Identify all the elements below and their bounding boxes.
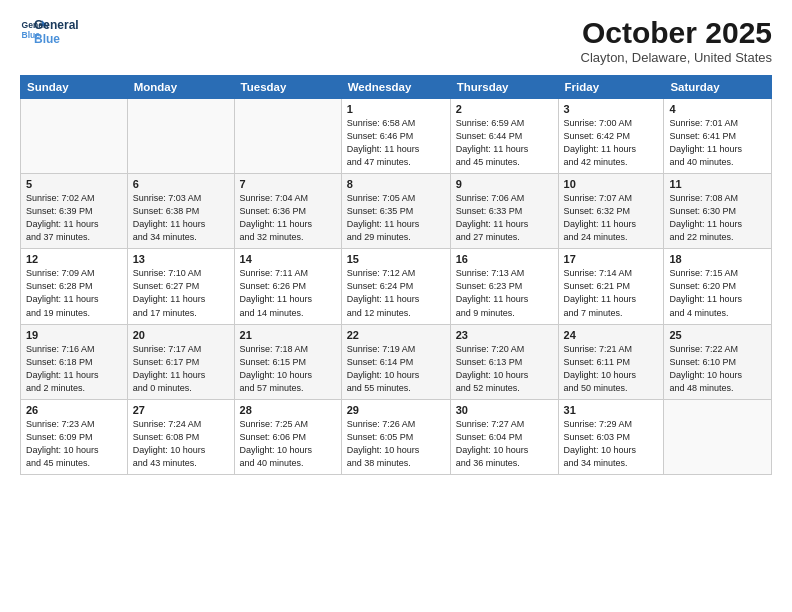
day-info: Sunrise: 7:04 AM Sunset: 6:36 PM Dayligh… (240, 192, 336, 244)
day-info: Sunrise: 7:02 AM Sunset: 6:39 PM Dayligh… (26, 192, 122, 244)
day-cell: 2Sunrise: 6:59 AM Sunset: 6:44 PM Daylig… (450, 99, 558, 174)
day-info: Sunrise: 6:59 AM Sunset: 6:44 PM Dayligh… (456, 117, 553, 169)
day-cell: 14Sunrise: 7:11 AM Sunset: 6:26 PM Dayli… (234, 249, 341, 324)
day-info: Sunrise: 6:58 AM Sunset: 6:46 PM Dayligh… (347, 117, 445, 169)
day-cell: 5Sunrise: 7:02 AM Sunset: 6:39 PM Daylig… (21, 174, 128, 249)
day-info: Sunrise: 7:29 AM Sunset: 6:03 PM Dayligh… (564, 418, 659, 470)
day-cell: 10Sunrise: 7:07 AM Sunset: 6:32 PM Dayli… (558, 174, 664, 249)
calendar-header-row: SundayMondayTuesdayWednesdayThursdayFrid… (21, 76, 772, 99)
col-header-tuesday: Tuesday (234, 76, 341, 99)
day-info: Sunrise: 7:07 AM Sunset: 6:32 PM Dayligh… (564, 192, 659, 244)
day-info: Sunrise: 7:24 AM Sunset: 6:08 PM Dayligh… (133, 418, 229, 470)
day-cell: 8Sunrise: 7:05 AM Sunset: 6:35 PM Daylig… (341, 174, 450, 249)
day-number: 3 (564, 103, 659, 115)
day-cell: 24Sunrise: 7:21 AM Sunset: 6:11 PM Dayli… (558, 324, 664, 399)
day-info: Sunrise: 7:15 AM Sunset: 6:20 PM Dayligh… (669, 267, 766, 319)
day-info: Sunrise: 7:21 AM Sunset: 6:11 PM Dayligh… (564, 343, 659, 395)
logo-line2: Blue (34, 32, 79, 46)
day-number: 29 (347, 404, 445, 416)
logo: General Blue General Blue (20, 16, 79, 47)
day-info: Sunrise: 7:05 AM Sunset: 6:35 PM Dayligh… (347, 192, 445, 244)
day-info: Sunrise: 7:09 AM Sunset: 6:28 PM Dayligh… (26, 267, 122, 319)
day-info: Sunrise: 7:12 AM Sunset: 6:24 PM Dayligh… (347, 267, 445, 319)
day-info: Sunrise: 7:23 AM Sunset: 6:09 PM Dayligh… (26, 418, 122, 470)
header: General Blue General Blue October 2025 C… (20, 16, 772, 65)
day-cell: 21Sunrise: 7:18 AM Sunset: 6:15 PM Dayli… (234, 324, 341, 399)
day-number: 31 (564, 404, 659, 416)
col-header-friday: Friday (558, 76, 664, 99)
day-cell: 29Sunrise: 7:26 AM Sunset: 6:05 PM Dayli… (341, 399, 450, 474)
day-cell: 1Sunrise: 6:58 AM Sunset: 6:46 PM Daylig… (341, 99, 450, 174)
week-row-1: 1Sunrise: 6:58 AM Sunset: 6:46 PM Daylig… (21, 99, 772, 174)
day-cell (664, 399, 772, 474)
day-info: Sunrise: 7:19 AM Sunset: 6:14 PM Dayligh… (347, 343, 445, 395)
week-row-5: 26Sunrise: 7:23 AM Sunset: 6:09 PM Dayli… (21, 399, 772, 474)
day-number: 15 (347, 253, 445, 265)
col-header-sunday: Sunday (21, 76, 128, 99)
day-info: Sunrise: 7:01 AM Sunset: 6:41 PM Dayligh… (669, 117, 766, 169)
day-number: 8 (347, 178, 445, 190)
day-info: Sunrise: 7:27 AM Sunset: 6:04 PM Dayligh… (456, 418, 553, 470)
day-cell: 31Sunrise: 7:29 AM Sunset: 6:03 PM Dayli… (558, 399, 664, 474)
col-header-wednesday: Wednesday (341, 76, 450, 99)
day-cell: 18Sunrise: 7:15 AM Sunset: 6:20 PM Dayli… (664, 249, 772, 324)
day-info: Sunrise: 7:10 AM Sunset: 6:27 PM Dayligh… (133, 267, 229, 319)
col-header-monday: Monday (127, 76, 234, 99)
day-cell: 15Sunrise: 7:12 AM Sunset: 6:24 PM Dayli… (341, 249, 450, 324)
day-number: 2 (456, 103, 553, 115)
day-cell: 17Sunrise: 7:14 AM Sunset: 6:21 PM Dayli… (558, 249, 664, 324)
day-cell (234, 99, 341, 174)
day-number: 21 (240, 329, 336, 341)
day-number: 17 (564, 253, 659, 265)
day-info: Sunrise: 7:14 AM Sunset: 6:21 PM Dayligh… (564, 267, 659, 319)
day-info: Sunrise: 7:03 AM Sunset: 6:38 PM Dayligh… (133, 192, 229, 244)
day-info: Sunrise: 7:18 AM Sunset: 6:15 PM Dayligh… (240, 343, 336, 395)
day-cell: 16Sunrise: 7:13 AM Sunset: 6:23 PM Dayli… (450, 249, 558, 324)
day-cell: 6Sunrise: 7:03 AM Sunset: 6:38 PM Daylig… (127, 174, 234, 249)
day-number: 20 (133, 329, 229, 341)
day-info: Sunrise: 7:08 AM Sunset: 6:30 PM Dayligh… (669, 192, 766, 244)
title-block: October 2025 Clayton, Delaware, United S… (581, 16, 772, 65)
week-row-3: 12Sunrise: 7:09 AM Sunset: 6:28 PM Dayli… (21, 249, 772, 324)
logo-line1: General (34, 18, 79, 32)
day-number: 13 (133, 253, 229, 265)
day-number: 10 (564, 178, 659, 190)
day-cell: 13Sunrise: 7:10 AM Sunset: 6:27 PM Dayli… (127, 249, 234, 324)
day-info: Sunrise: 7:22 AM Sunset: 6:10 PM Dayligh… (669, 343, 766, 395)
day-number: 30 (456, 404, 553, 416)
day-info: Sunrise: 7:16 AM Sunset: 6:18 PM Dayligh… (26, 343, 122, 395)
month-title: October 2025 (581, 16, 772, 50)
day-cell: 30Sunrise: 7:27 AM Sunset: 6:04 PM Dayli… (450, 399, 558, 474)
week-row-4: 19Sunrise: 7:16 AM Sunset: 6:18 PM Dayli… (21, 324, 772, 399)
day-number: 26 (26, 404, 122, 416)
day-cell: 28Sunrise: 7:25 AM Sunset: 6:06 PM Dayli… (234, 399, 341, 474)
day-cell: 11Sunrise: 7:08 AM Sunset: 6:30 PM Dayli… (664, 174, 772, 249)
day-number: 6 (133, 178, 229, 190)
location: Clayton, Delaware, United States (581, 50, 772, 65)
day-number: 16 (456, 253, 553, 265)
day-info: Sunrise: 7:11 AM Sunset: 6:26 PM Dayligh… (240, 267, 336, 319)
calendar: SundayMondayTuesdayWednesdayThursdayFrid… (20, 75, 772, 475)
day-info: Sunrise: 7:13 AM Sunset: 6:23 PM Dayligh… (456, 267, 553, 319)
day-info: Sunrise: 7:25 AM Sunset: 6:06 PM Dayligh… (240, 418, 336, 470)
day-cell: 19Sunrise: 7:16 AM Sunset: 6:18 PM Dayli… (21, 324, 128, 399)
week-row-2: 5Sunrise: 7:02 AM Sunset: 6:39 PM Daylig… (21, 174, 772, 249)
day-cell: 4Sunrise: 7:01 AM Sunset: 6:41 PM Daylig… (664, 99, 772, 174)
day-number: 14 (240, 253, 336, 265)
page: General Blue General Blue October 2025 C… (0, 0, 792, 612)
day-cell: 22Sunrise: 7:19 AM Sunset: 6:14 PM Dayli… (341, 324, 450, 399)
day-cell: 9Sunrise: 7:06 AM Sunset: 6:33 PM Daylig… (450, 174, 558, 249)
day-cell: 3Sunrise: 7:00 AM Sunset: 6:42 PM Daylig… (558, 99, 664, 174)
day-cell: 26Sunrise: 7:23 AM Sunset: 6:09 PM Dayli… (21, 399, 128, 474)
day-number: 9 (456, 178, 553, 190)
col-header-saturday: Saturday (664, 76, 772, 99)
day-number: 11 (669, 178, 766, 190)
day-number: 5 (26, 178, 122, 190)
day-cell (127, 99, 234, 174)
day-number: 12 (26, 253, 122, 265)
day-cell (21, 99, 128, 174)
day-number: 23 (456, 329, 553, 341)
day-info: Sunrise: 7:00 AM Sunset: 6:42 PM Dayligh… (564, 117, 659, 169)
day-info: Sunrise: 7:17 AM Sunset: 6:17 PM Dayligh… (133, 343, 229, 395)
day-number: 4 (669, 103, 766, 115)
